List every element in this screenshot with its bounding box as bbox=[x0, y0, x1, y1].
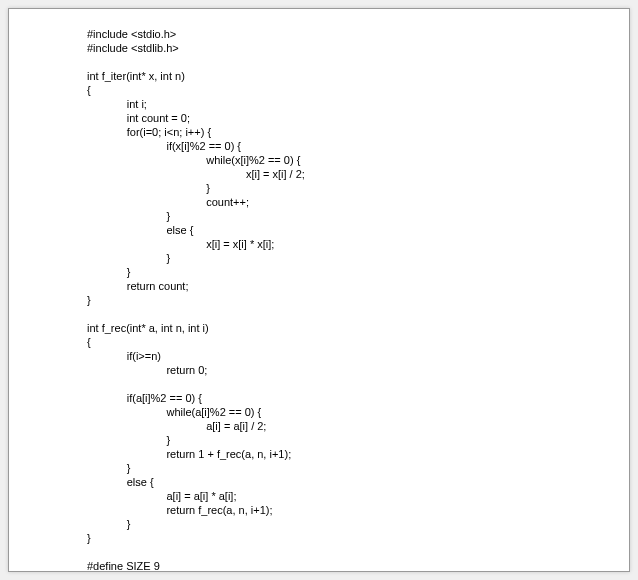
blank-line bbox=[87, 55, 629, 69]
code-line: if(i>=n) bbox=[87, 349, 629, 363]
code-line: #include <stdio.h> bbox=[87, 27, 629, 41]
code-line: else { bbox=[87, 223, 629, 237]
code-line: return f_rec(a, n, i+1); bbox=[87, 503, 629, 517]
code-line: for(i=0; i<n; i++) { bbox=[87, 125, 629, 139]
code-line: a[i] = a[i] / 2; bbox=[87, 419, 629, 433]
code-line: } bbox=[87, 433, 629, 447]
code-line: while(x[i]%2 == 0) { bbox=[87, 153, 629, 167]
code-line: } bbox=[87, 461, 629, 475]
code-line: } bbox=[87, 251, 629, 265]
code-line: } bbox=[87, 265, 629, 279]
code-line: while(a[i]%2 == 0) { bbox=[87, 405, 629, 419]
code-line: { bbox=[87, 335, 629, 349]
code-line: else { bbox=[87, 475, 629, 489]
code-line: int f_rec(int* a, int n, int i) bbox=[87, 321, 629, 335]
code-line: return 0; bbox=[87, 363, 629, 377]
code-line: count++; bbox=[87, 195, 629, 209]
code-line: if(a[i]%2 == 0) { bbox=[87, 391, 629, 405]
code-line: return 1 + f_rec(a, n, i+1); bbox=[87, 447, 629, 461]
blank-line bbox=[87, 545, 629, 559]
blank-line bbox=[87, 377, 629, 391]
code-line: } bbox=[87, 517, 629, 531]
code-line: return count; bbox=[87, 279, 629, 293]
code-line: } bbox=[87, 209, 629, 223]
document-page: #include <stdio.h>#include <stdlib.h> in… bbox=[8, 8, 630, 572]
code-line: { bbox=[87, 83, 629, 97]
code-line: #include <stdlib.h> bbox=[87, 41, 629, 55]
code-line: a[i] = a[i] * a[i]; bbox=[87, 489, 629, 503]
code-line: int f_iter(int* x, int n) bbox=[87, 69, 629, 83]
code-line: int i; bbox=[87, 97, 629, 111]
code-line: } bbox=[87, 293, 629, 307]
code-line: x[i] = x[i] * x[i]; bbox=[87, 237, 629, 251]
code-line: int count = 0; bbox=[87, 111, 629, 125]
code-block: #include <stdio.h>#include <stdlib.h> in… bbox=[87, 27, 629, 572]
code-line: #define SIZE 9 bbox=[87, 559, 629, 572]
code-line: } bbox=[87, 181, 629, 195]
code-line: if(x[i]%2 == 0) { bbox=[87, 139, 629, 153]
code-line: } bbox=[87, 531, 629, 545]
blank-line bbox=[87, 307, 629, 321]
code-line: x[i] = x[i] / 2; bbox=[87, 167, 629, 181]
